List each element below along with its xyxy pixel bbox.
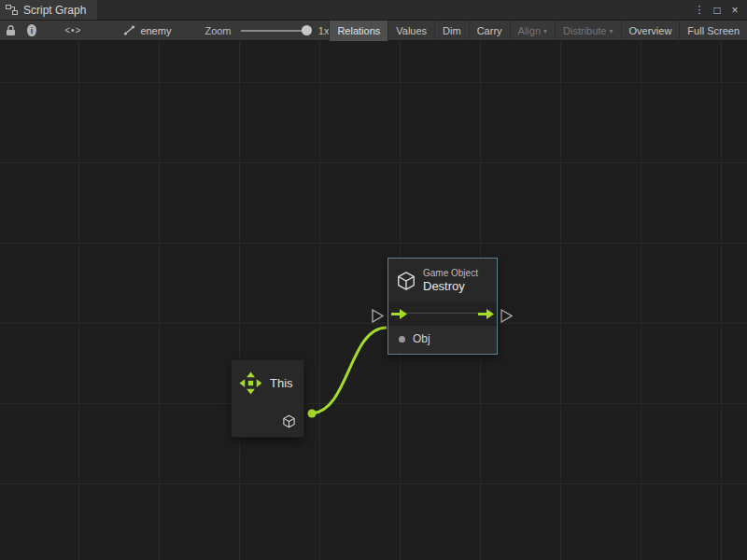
overview-button[interactable]: Overview <box>621 21 680 41</box>
connection-layer <box>0 41 747 560</box>
obj-port-label: Obj <box>413 332 430 345</box>
tab-label: Script Graph <box>23 4 86 17</box>
relations-button[interactable]: Relations <box>329 21 388 41</box>
tab-script-graph[interactable]: Script Graph <box>0 0 97 20</box>
node-destroy-header[interactable]: Game Object Destroy <box>388 259 497 302</box>
node-destroy[interactable]: Game Object Destroy Obj <box>388 258 498 355</box>
graph-asset-icon <box>123 21 135 41</box>
fullscreen-button[interactable]: Full Screen <box>679 21 747 41</box>
control-output-port[interactable] <box>500 309 513 323</box>
this-move-icon <box>239 371 262 395</box>
info-icon[interactable]: i <box>27 24 36 36</box>
zoom-slider-handle[interactable] <box>302 25 312 35</box>
values-button[interactable]: Values <box>388 21 434 41</box>
node-title-label: Destroy <box>423 279 478 294</box>
script-graph-icon <box>6 4 18 16</box>
control-input-port[interactable] <box>372 309 384 323</box>
control-flow-row <box>388 302 497 325</box>
connection-wire <box>312 328 387 413</box>
chevron-down-icon: ▾ <box>610 27 613 35</box>
node-this[interactable]: This <box>231 359 304 438</box>
graph-name-label: enemy <box>140 25 171 36</box>
node-category-label: Game Object <box>423 267 478 279</box>
window-controls: ⋮ □ × <box>692 0 747 20</box>
this-output-port <box>308 410 317 418</box>
distribute-dropdown[interactable]: Distribute ▾ <box>555 21 620 41</box>
zoom-slider[interactable] <box>241 21 311 41</box>
obj-input-port[interactable] <box>399 336 405 343</box>
toolbar-button-group: Relations Values Dim Carry Align ▾ Distr… <box>329 21 747 41</box>
zoom-slider-track[interactable] <box>241 30 307 32</box>
obj-port-row[interactable]: Obj <box>388 325 497 354</box>
graph-canvas[interactable]: Game Object Destroy Obj <box>0 41 747 560</box>
title-bar: Script Graph ⋮ □ × <box>0 0 747 21</box>
cube-output-icon[interactable] <box>282 414 296 428</box>
close-icon[interactable]: × <box>727 2 742 19</box>
control-out-arrow-icon[interactable] <box>478 309 494 319</box>
graph-toolbar: i <•> enemy Zoom 1x Relations Values Dim <box>0 21 747 41</box>
zoom-value-label: 1x <box>318 25 330 36</box>
align-dropdown[interactable]: Align ▾ <box>510 21 555 41</box>
node-this-header[interactable]: This <box>232 360 303 406</box>
node-title-label: This <box>270 376 293 390</box>
script-graph-window: Script Graph ⋮ □ × i <•> enemy Zoom <box>0 0 747 560</box>
window-menu-icon[interactable]: ⋮ <box>692 2 707 19</box>
cube-icon <box>396 271 416 291</box>
maximize-icon[interactable]: □ <box>710 2 725 19</box>
chevron-down-icon: ▾ <box>543 27 547 35</box>
control-in-arrow-icon[interactable] <box>391 309 407 319</box>
carry-button[interactable]: Carry <box>469 21 510 41</box>
zoom-label: Zoom <box>204 25 231 36</box>
lock-icon[interactable] <box>6 21 16 41</box>
dim-button[interactable]: Dim <box>434 21 469 41</box>
code-view-icon[interactable]: <•> <box>64 21 81 41</box>
